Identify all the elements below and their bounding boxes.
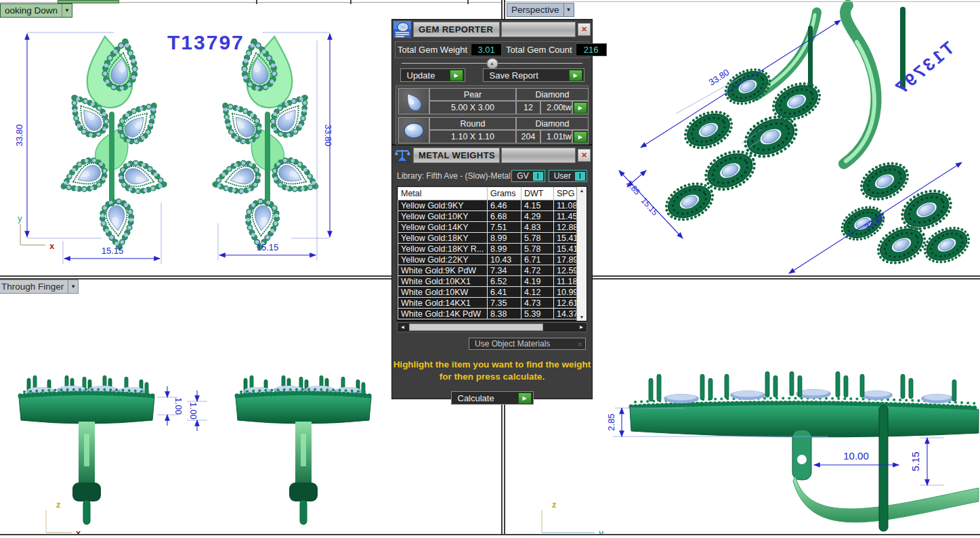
metal-spg[interactable]: 11.18: [554, 276, 577, 287]
metal-spg[interactable]: 10.99: [554, 287, 577, 298]
user-toggle[interactable]: User I: [549, 170, 587, 182]
gv-indicator-icon[interactable]: I: [533, 172, 543, 181]
close-icon[interactable]: ✕: [578, 23, 591, 36]
metal-row[interactable]: White Gold:10KX16.524.1911.18: [398, 276, 577, 287]
col-grams[interactable]: Grams: [488, 187, 521, 200]
calculate-go-icon[interactable]: ▶: [518, 393, 532, 404]
update-go-icon[interactable]: ▶: [450, 70, 463, 81]
metal-weights-header-spacer[interactable]: [501, 148, 576, 163]
gem-reporter-header[interactable]: GEM REPORTER ✕: [392, 20, 592, 39]
metal-grams[interactable]: 6.52: [488, 276, 521, 287]
metal-name[interactable]: Yellow Gold:18KY R...: [398, 244, 488, 254]
metal-spg[interactable]: 15.41: [554, 233, 577, 244]
metal-dwt[interactable]: 5.39: [521, 309, 554, 319]
gem-go-icon[interactable]: ▶: [574, 131, 587, 143]
scroll-left-icon[interactable]: ◄: [398, 324, 408, 330]
metal-dwt[interactable]: 4.83: [521, 222, 554, 233]
metal-grams[interactable]: 8.99: [488, 233, 521, 244]
scroll-right-icon[interactable]: ►: [576, 324, 587, 330]
metal-grams[interactable]: 6.46: [488, 200, 521, 211]
metal-name[interactable]: White Gold:9K PdW: [398, 265, 488, 276]
metal-dwt[interactable]: 4.12: [521, 287, 554, 298]
metal-dwt[interactable]: 4.73: [521, 298, 554, 309]
metal-dwt[interactable]: 4.19: [521, 276, 554, 287]
metal-row[interactable]: Yellow Gold:22KY10.436.7117.89: [398, 254, 577, 265]
gv-toggle[interactable]: GV I: [511, 170, 545, 182]
col-spg[interactable]: SPG: [554, 187, 577, 200]
save-report-go-icon[interactable]: ▶: [569, 70, 582, 81]
metal-name[interactable]: White Gold:14K PdW: [398, 309, 488, 319]
viewport-menu-arrow-icon[interactable]: ▼: [68, 280, 78, 293]
metal-spg[interactable]: 11.08: [554, 200, 577, 211]
viewport-menu-arrow-icon[interactable]: ▼: [563, 3, 574, 16]
viewport-label-perspective[interactable]: Perspective ▼: [507, 3, 574, 17]
metal-row[interactable]: Yellow Gold:14KY7.514.8312.88: [398, 222, 577, 233]
metal-weights-title[interactable]: METAL WEIGHTS: [413, 148, 500, 163]
metal-grams[interactable]: 7.34: [488, 265, 521, 276]
gem-detail-button[interactable]: ▶: [572, 130, 589, 143]
use-object-materials-label: Use Object Materials: [475, 339, 550, 349]
metal-spg[interactable]: 17.89: [554, 254, 577, 265]
metal-spg[interactable]: 11.45: [554, 211, 577, 222]
viewport-menu-arrow-icon[interactable]: ▼: [62, 4, 72, 17]
metal-name[interactable]: White Gold:14KX1: [398, 298, 488, 309]
metal-dwt[interactable]: 5.78: [521, 244, 554, 254]
gem-row-round[interactable]: Round Diamond 1.10 X 1.10 204 1.01tw ▶: [398, 117, 586, 143]
metal-grams[interactable]: 6.68: [488, 211, 521, 222]
table-horizontal-scrollbar[interactable]: ◄ ►: [397, 322, 587, 332]
update-button[interactable]: Update ▶: [400, 68, 465, 82]
save-report-button[interactable]: Save Report ▶: [483, 68, 584, 82]
metal-name[interactable]: Yellow Gold:22KY: [398, 254, 488, 265]
gem-reporter-header-spacer[interactable]: [501, 22, 576, 37]
metal-row[interactable]: White Gold:14KX17.354.7312.61: [398, 298, 577, 309]
table-vertical-scrollbar[interactable]: ▲ ▼: [576, 187, 587, 321]
col-metal[interactable]: Metal: [398, 187, 488, 200]
gem-detail-button[interactable]: ▶: [572, 101, 589, 114]
use-object-materials-dropdown[interactable]: Use Object Materials ○: [469, 338, 586, 350]
metal-row[interactable]: Yellow Gold:18KY8.995.7815.41: [398, 233, 577, 244]
gem-reporter-title[interactable]: GEM REPORTER: [413, 22, 500, 37]
dim-width-right: 15.15: [257, 242, 279, 252]
metal-row[interactable]: Yellow Gold:9KY6.464.1511.08: [398, 200, 577, 211]
metal-dwt[interactable]: 4.72: [521, 265, 554, 276]
metal-row[interactable]: White Gold:10KW6.414.1210.99: [398, 287, 577, 298]
metal-grams[interactable]: 8.38: [488, 309, 521, 319]
metal-grams[interactable]: 6.41: [488, 287, 521, 298]
metal-name[interactable]: Yellow Gold:10KY: [398, 211, 488, 222]
col-dwt[interactable]: DWT: [521, 187, 554, 200]
metal-row[interactable]: White Gold:9K PdW7.344.7212.59: [398, 265, 577, 276]
metal-spg[interactable]: 12.59: [554, 265, 577, 276]
metal-row[interactable]: White Gold:14K PdW8.385.3914.37: [398, 309, 577, 319]
collapse-button[interactable]: ▲: [486, 58, 498, 69]
metal-grams[interactable]: 10.43: [488, 254, 521, 265]
gem-go-icon[interactable]: ▶: [574, 102, 587, 114]
metal-grams[interactable]: 7.51: [488, 222, 521, 233]
metal-weights-header[interactable]: METAL WEIGHTS ✕: [392, 145, 592, 165]
scroll-up-icon[interactable]: ▲: [580, 188, 584, 193]
viewport-label-through-finger[interactable]: Through Finger ▼: [0, 279, 79, 294]
metal-grams[interactable]: 7.35: [488, 298, 521, 309]
metal-grams[interactable]: 8.99: [488, 244, 521, 254]
gem-row-pear[interactable]: Pear Diamond 5.00 X 3.00 12 2.00tw ▶: [398, 88, 586, 114]
metal-name[interactable]: White Gold:10KW: [398, 287, 488, 298]
metal-name[interactable]: Yellow Gold:18KY: [398, 233, 488, 244]
metal-row[interactable]: Yellow Gold:10KY6.684.2911.45: [398, 211, 577, 222]
metal-row[interactable]: Yellow Gold:18KY R...8.995.7815.41: [398, 244, 577, 254]
metal-dwt[interactable]: 4.29: [521, 211, 554, 222]
user-indicator-icon[interactable]: I: [575, 172, 585, 181]
scroll-down-icon[interactable]: ▼: [580, 315, 584, 319]
viewport-label-looking-down[interactable]: ooking Down ▼: [0, 3, 72, 18]
scrollbar-thumb[interactable]: [409, 323, 543, 331]
calculate-button[interactable]: Calculate ▶: [451, 391, 534, 405]
close-icon[interactable]: ✕: [578, 149, 591, 162]
metal-spg[interactable]: 12.88: [554, 222, 577, 233]
metal-name[interactable]: Yellow Gold:9KY: [398, 200, 488, 211]
metal-dwt[interactable]: 5.78: [521, 233, 554, 244]
metal-spg[interactable]: 14.37: [554, 309, 577, 319]
metal-spg[interactable]: 15.41: [554, 244, 577, 254]
metal-dwt[interactable]: 4.15: [521, 200, 554, 211]
metal-dwt[interactable]: 6.71: [521, 254, 554, 265]
metal-name[interactable]: White Gold:10KX1: [398, 276, 488, 287]
metal-spg[interactable]: 12.61: [554, 298, 577, 309]
metal-name[interactable]: Yellow Gold:14KY: [398, 222, 488, 233]
